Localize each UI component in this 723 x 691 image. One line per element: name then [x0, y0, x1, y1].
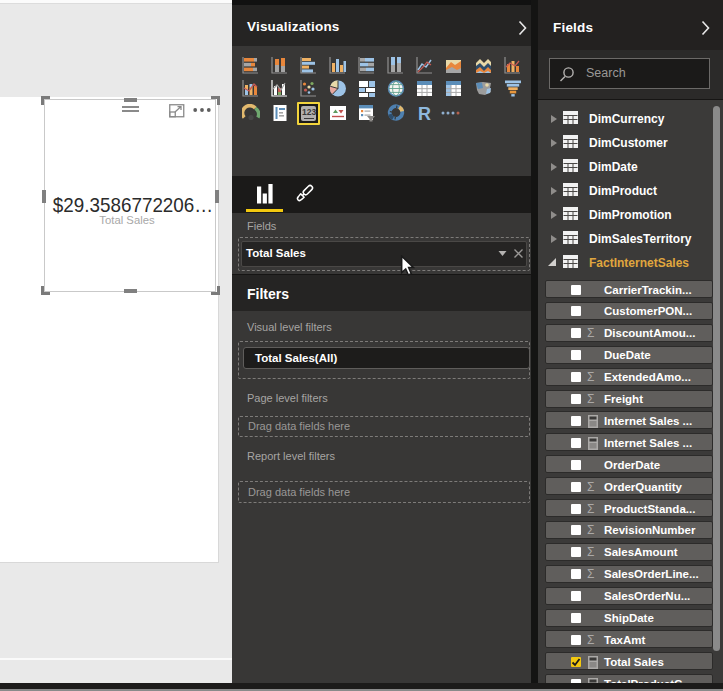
- svg-text:R: R: [418, 104, 431, 122]
